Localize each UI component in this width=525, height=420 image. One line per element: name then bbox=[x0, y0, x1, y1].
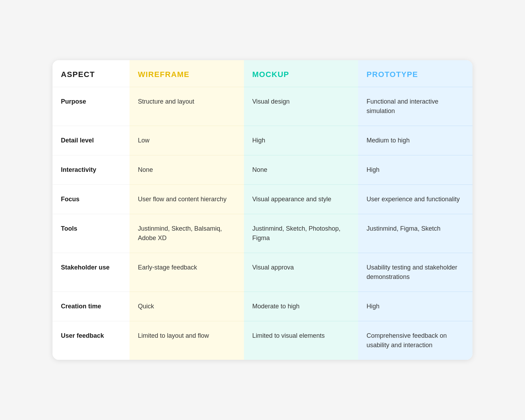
row-feedback-prototype: Comprehensive feedback on usability and … bbox=[358, 321, 472, 360]
header-wireframe: WIREFRAME bbox=[130, 60, 244, 87]
row-stakeholder-aspect: Stakeholder use bbox=[52, 253, 130, 292]
row-interactivity-prototype: High bbox=[358, 155, 472, 184]
row-feedback-aspect: User feedback bbox=[52, 321, 130, 360]
row-creation-aspect: Creation time bbox=[52, 292, 130, 321]
row-detail-mockup: High bbox=[244, 126, 358, 155]
row-purpose-aspect: Purpose bbox=[52, 87, 130, 126]
header-mockup: MOCKUP bbox=[244, 60, 358, 87]
row-focus-mockup: Visual appearance and style bbox=[244, 184, 358, 214]
row-purpose-mockup: Visual design bbox=[244, 87, 358, 126]
row-tools-prototype: Justinmind, Figma, Sketch bbox=[358, 214, 472, 253]
row-feedback-wireframe: Limited to layout and flow bbox=[130, 321, 244, 360]
row-interactivity-aspect: Interactivity bbox=[52, 155, 130, 184]
row-interactivity-mockup: None bbox=[244, 155, 358, 184]
row-detail-prototype: Medium to high bbox=[358, 126, 472, 155]
row-creation-wireframe: Quick bbox=[130, 292, 244, 321]
row-tools-aspect: Tools bbox=[52, 214, 130, 253]
row-creation-prototype: High bbox=[358, 292, 472, 321]
table-grid: ASPECT WIREFRAME MOCKUP PROTOTYPE Purpos… bbox=[52, 60, 472, 360]
header-aspect: ASPECT bbox=[52, 60, 130, 87]
row-detail-aspect: Detail level bbox=[52, 126, 130, 155]
row-purpose-prototype: Functional and interactive simulation bbox=[358, 87, 472, 126]
row-feedback-mockup: Limited to visual elements bbox=[244, 321, 358, 360]
row-stakeholder-wireframe: Early-stage feedback bbox=[130, 253, 244, 292]
row-focus-aspect: Focus bbox=[52, 184, 130, 214]
row-tools-mockup: Justinmind, Sketch, Photoshop, Figma bbox=[244, 214, 358, 253]
row-stakeholder-mockup: Visual approva bbox=[244, 253, 358, 292]
row-focus-wireframe: User flow and content hierarchy bbox=[130, 184, 244, 214]
row-detail-wireframe: Low bbox=[130, 126, 244, 155]
header-prototype: PROTOTYPE bbox=[358, 60, 472, 87]
row-tools-wireframe: Justinmind, Skecth, Balsamiq, Adobe XD bbox=[130, 214, 244, 253]
row-stakeholder-prototype: Usability testing and stakeholder demons… bbox=[358, 253, 472, 292]
comparison-table: ASPECT WIREFRAME MOCKUP PROTOTYPE Purpos… bbox=[52, 60, 472, 360]
row-focus-prototype: User experience and functionality bbox=[358, 184, 472, 214]
row-creation-mockup: Moderate to high bbox=[244, 292, 358, 321]
row-interactivity-wireframe: None bbox=[130, 155, 244, 184]
row-purpose-wireframe: Structure and layout bbox=[130, 87, 244, 126]
